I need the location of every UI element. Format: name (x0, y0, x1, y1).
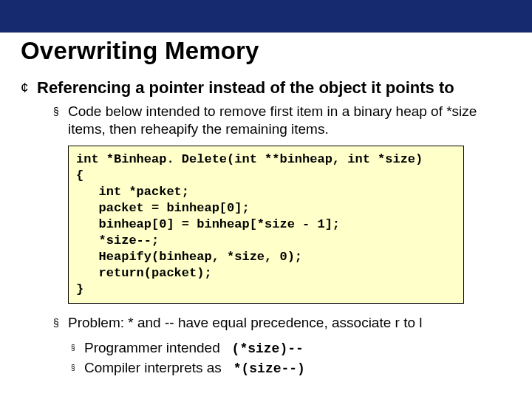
bullet-level3-b: § Compiler interprets as *(size--) (71, 359, 511, 378)
page-title: Overwriting Memory (21, 37, 511, 65)
bullet2b-mark: § (53, 314, 68, 332)
bullet-level1: ¢ Referencing a pointer instead of the o… (21, 78, 511, 97)
bullet2-mark: § (53, 103, 68, 120)
bullet3b-code: *(size--) (233, 361, 305, 376)
bullet1-text: Referencing a pointer instead of the obj… (37, 78, 454, 97)
bullet2-text: Code below intended to remove first item… (68, 103, 511, 138)
title-bar (0, 0, 532, 33)
bullet3b-text: Compiler interprets as *(size--) (84, 359, 305, 378)
bullet3a-text: Programmer intended (*size)-- (84, 339, 304, 358)
bullet3a-code: (*size)-- (232, 341, 304, 356)
bullet2b-text: Problem: * and -- have equal precedence,… (68, 314, 423, 332)
bullet3b-pre: Compiler interprets as (84, 360, 222, 375)
bullet3a-mark: § (71, 339, 84, 357)
code-block: int *Binheap. Delete(int **binheap, int … (68, 146, 464, 304)
bullet-level2-bottom: § Problem: * and -- have equal precedenc… (53, 314, 511, 332)
bullet-level3-a: § Programmer intended (*size)-- (71, 339, 511, 358)
bullet1-mark: ¢ (21, 78, 37, 97)
bullet-level2-top: § Code below intended to remove first it… (53, 103, 511, 138)
slide: Overwriting Memory ¢ Referencing a point… (0, 0, 532, 399)
slide-content: Overwriting Memory ¢ Referencing a point… (0, 33, 532, 378)
bullet3a-pre: Programmer intended (84, 340, 220, 355)
bullet3b-mark: § (71, 359, 84, 377)
